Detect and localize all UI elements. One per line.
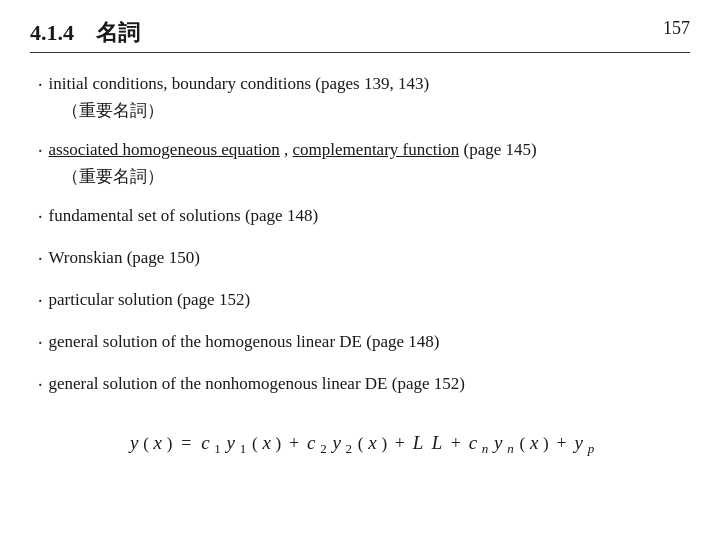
content-area: · initial conditions, boundary condition… [30,71,690,469]
list-item: · associated homogeneous equation , comp… [38,137,682,189]
underline-text: associated homogeneous equation [49,140,280,159]
bullet-text: general solution of the homogenous linea… [49,329,440,355]
page-container: 4.1.4 名詞 157 · initial conditions, bound… [0,0,720,540]
bullet-line: · Wronskian (page 150) [38,245,682,273]
bullet-dot: · [38,372,43,399]
bullet-text: Wronskian (page 150) [49,245,200,271]
bullet-text: general solution of the nonhomogenous li… [49,371,465,397]
bullet-text: associated homogeneous equation , comple… [49,137,537,163]
bullet-dot: · [38,330,43,357]
list-item: · particular solution (page 152) [38,287,682,315]
list-item: · general solution of the nonhomogenous … [38,371,682,399]
bullet-line: · general solution of the homogenous lin… [38,329,682,357]
bullet-dot: · [38,288,43,315]
list-item: · initial conditions, boundary condition… [38,71,682,123]
chinese-note: （重要名詞） [62,99,682,123]
bullet-text: particular solution (page 152) [49,287,251,313]
page-number: 157 [663,18,690,39]
bullet-dot: · [38,246,43,273]
bullet-text: fundamental set of solutions (page 148) [49,203,319,229]
bullet-line: · general solution of the nonhomogenous … [38,371,682,399]
bullet-dot: · [38,138,43,165]
underline-text: complementary function [293,140,460,159]
bullet-text: initial conditions, boundary conditions … [49,71,430,97]
list-item: · general solution of the homogenous lin… [38,329,682,357]
bullet-line: · associated homogeneous equation , comp… [38,137,682,165]
list-item: · fundamental set of solutions (page 148… [38,203,682,231]
header-section: 4.1.4 名詞 157 [30,18,690,53]
formula-area: y ( x ) = c 1 y 1 ( x ) + c 2 [38,417,682,469]
bullet-dot: · [38,204,43,231]
bullet-line: · fundamental set of solutions (page 148… [38,203,682,231]
formula-svg: y ( x ) = c 1 y 1 ( x ) + c 2 [120,417,600,469]
bullet-line: · particular solution (page 152) [38,287,682,315]
svg-text:y
          (
          x
    : y ( x ) = c 1 y 1 ( x ) + c 2 [128,432,600,456]
section-title: 4.1.4 名詞 [30,18,140,48]
chinese-note: （重要名詞） [62,165,682,189]
bullet-dot: · [38,72,43,99]
list-item: · Wronskian (page 150) [38,245,682,273]
bullet-line: · initial conditions, boundary condition… [38,71,682,99]
